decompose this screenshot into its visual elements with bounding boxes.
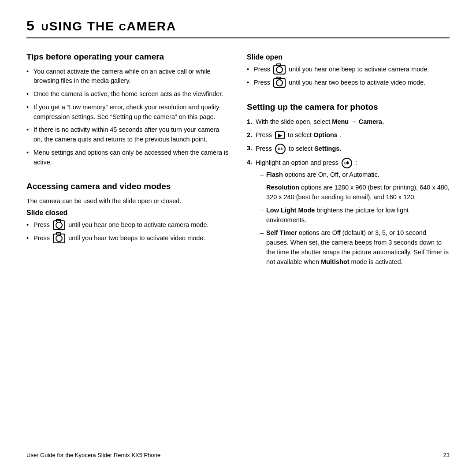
list-item: 3. Press ok to select Settings. <box>247 144 450 154</box>
section-tips: Tips before operating your camera You ca… <box>26 52 229 171</box>
press-text: until you hear two beeps to activate vid… <box>68 234 205 242</box>
ok-icon: ok <box>342 158 352 168</box>
step-num: 4. <box>247 158 252 167</box>
slide-open-list: Press until you hear one beep to activat… <box>247 65 450 88</box>
section-setup-title: Setting up the camera for photos <box>247 102 450 113</box>
list-item: Low Light Mode brightens the picture for… <box>260 206 450 225</box>
list-item: Flash options are On, Off, or Automatic. <box>260 170 450 180</box>
chapter-number: 5 <box>26 18 34 34</box>
slide-open-title: Slide open <box>247 53 450 61</box>
list-item: Self Timer options are Off (default) or … <box>260 228 450 267</box>
section-accessing: Accessing camera and video modes The cam… <box>26 181 229 247</box>
press-text: until you hear two beeps to activate vid… <box>289 79 425 86</box>
options-list: Flash options are On, Off, or Automatic.… <box>260 170 450 267</box>
content-area: Tips before operating your camera You ca… <box>26 52 450 448</box>
lowlight-label: Low Light Mode <box>266 207 315 214</box>
list-item: Menu settings and options can only be ac… <box>26 148 229 167</box>
ok-icon: ok <box>275 144 286 154</box>
resolution-label: Resolution <box>266 184 299 191</box>
nav-icon: ▶ <box>275 131 285 139</box>
list-item: If there is no activity within 45 second… <box>26 125 229 145</box>
right-column: Slide open Press until you hear one beep… <box>247 52 450 448</box>
section-accessing-title: Accessing camera and video modes <box>26 181 229 192</box>
footer: User Guide for the Kyocera Slider Remix … <box>26 448 450 458</box>
footer-text: User Guide for the Kyocera Slider Remix … <box>26 452 160 458</box>
section-slide-open: Slide open Press until you hear one beep… <box>247 52 450 91</box>
chapter-header: 5 USING THE CAMERA <box>26 18 450 38</box>
list-item: Resolution options are 1280 x 960 (best … <box>260 183 450 202</box>
list-item: Press until you hear two beeps to activa… <box>247 78 450 88</box>
section-tips-title: Tips before operating your camera <box>26 52 229 63</box>
left-column: Tips before operating your camera You ca… <box>26 52 229 448</box>
step-num: 1. <box>247 117 252 127</box>
list-item: 2. Press ▶ to select Options . <box>247 130 450 140</box>
list-item: 1. With the slide open, select Menu → Ca… <box>247 117 450 127</box>
camera-icon <box>53 234 65 243</box>
step-num: 3. <box>247 144 252 153</box>
list-item: 4. Highlight an option and press ok : Fl… <box>247 158 450 267</box>
multishot-label: Multishot <box>321 258 349 265</box>
list-item: You cannot activate the camera while on … <box>26 67 229 86</box>
press-label: Press <box>33 221 52 228</box>
slide-closed-list: Press until you hear one beep to activat… <box>26 220 229 243</box>
flash-label: Flash <box>266 171 283 178</box>
press-label: Press <box>254 66 272 73</box>
press-text: until you hear one beep to activate came… <box>68 221 208 228</box>
selftimer-label: Self Timer <box>266 229 297 236</box>
list-item: If you get a “Low memory” error, check y… <box>26 103 229 122</box>
setup-list: 1. With the slide open, select Menu → Ca… <box>247 117 450 267</box>
page: 5 USING THE CAMERA Tips before operating… <box>0 0 476 476</box>
camera-icon <box>273 78 286 88</box>
press-text: until you hear one beep to activate came… <box>289 66 429 73</box>
list-item: Press until you hear one beep to activat… <box>26 220 229 230</box>
list-item: Once the camera is active, the home scre… <box>26 89 229 99</box>
camera-icon <box>53 220 65 230</box>
settings-label: Settings. <box>314 145 341 152</box>
press-label: Press <box>254 79 272 86</box>
camera-icon <box>273 65 286 74</box>
press-label: Press <box>33 234 52 242</box>
section-setup: Setting up the camera for photos 1. With… <box>247 102 450 270</box>
footer-page: 23 <box>443 452 450 458</box>
chapter-title: USING THE CAMERA <box>41 19 176 33</box>
tips-list: You cannot activate the camera while on … <box>26 67 229 167</box>
camera-label: Camera. <box>359 118 384 125</box>
accessing-intro: The camera can be used with the slide op… <box>26 197 229 206</box>
step-num: 2. <box>247 130 252 140</box>
options-label: Options <box>313 131 338 138</box>
slide-closed-title: Slide closed <box>26 209 229 217</box>
list-item: Press until you hear two beeps to activa… <box>26 234 229 243</box>
menu-label: Menu <box>332 118 349 125</box>
list-item: Press until you hear one beep to activat… <box>247 65 450 74</box>
